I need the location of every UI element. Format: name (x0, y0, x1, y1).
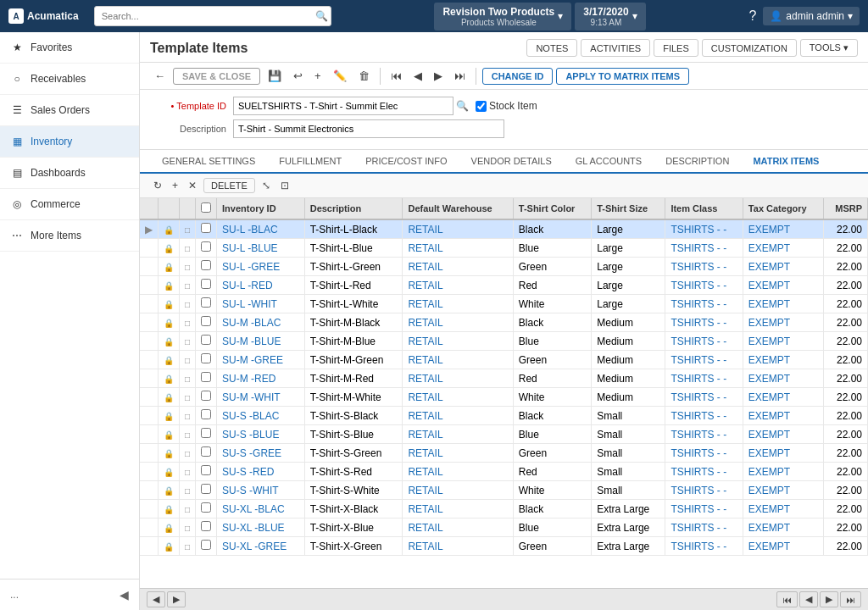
row-checkbox-cell[interactable] (196, 537, 217, 556)
col-tshirt-size[interactable]: T-Shirt Size (592, 198, 665, 219)
undo-button[interactable]: ↩ (289, 67, 307, 85)
row-checkbox[interactable] (201, 465, 211, 475)
row-warehouse[interactable]: RETAIL (403, 518, 513, 537)
row-expand[interactable] (140, 388, 159, 407)
scroll-right-button[interactable]: ▶ (167, 591, 186, 607)
tab-vendor-details[interactable]: VENDOR DETAILS (459, 150, 564, 174)
row-expand[interactable] (140, 313, 159, 332)
row-checkbox-cell[interactable] (196, 388, 217, 407)
prev-button[interactable]: ◀ (409, 67, 426, 85)
row-warehouse[interactable]: RETAIL (403, 425, 513, 444)
tab-matrix-items[interactable]: MATRIX ITEMS (741, 150, 831, 174)
next-button[interactable]: ▶ (430, 67, 447, 85)
row-checkbox-cell[interactable] (196, 463, 217, 481)
save-button[interactable]: 💾 (264, 67, 286, 85)
row-tax-category[interactable]: EXEMPT (743, 239, 823, 258)
last-button[interactable]: ⏭ (450, 67, 470, 85)
row-expand[interactable] (140, 537, 159, 556)
row-expand[interactable] (140, 425, 159, 444)
row-inventory-id[interactable]: SU-S -WHIT (217, 481, 305, 500)
tools-button[interactable]: TOOLS ▾ (800, 39, 858, 57)
row-inventory-id[interactable]: SU-M -BLAC (217, 313, 305, 332)
row-tax-category[interactable]: EXEMPT (743, 407, 823, 425)
row-expand[interactable] (140, 332, 159, 351)
row-item-class[interactable]: TSHIRTS - - (665, 407, 743, 425)
row-checkbox-cell[interactable] (196, 518, 217, 537)
row-checkbox-cell[interactable] (196, 481, 217, 500)
row-checkbox[interactable] (201, 353, 211, 363)
col-msrp[interactable]: MSRP (823, 198, 867, 219)
row-inventory-id[interactable]: SU-M -GREE (217, 351, 305, 369)
col-item-class[interactable]: Item Class (665, 198, 743, 219)
row-warehouse[interactable]: RETAIL (403, 351, 513, 369)
row-expand[interactable] (140, 481, 159, 500)
table-add-button[interactable]: + (169, 178, 181, 193)
row-inventory-id[interactable]: SU-XL -GREE (217, 537, 305, 556)
row-checkbox[interactable] (201, 260, 211, 270)
col-default-warehouse[interactable]: Default Warehouse (403, 198, 513, 219)
row-warehouse[interactable]: RETAIL (403, 276, 513, 295)
row-item-class[interactable]: TSHIRTS - - (665, 388, 743, 407)
first-button[interactable]: ⏮ (387, 67, 406, 85)
add-button[interactable]: + (310, 67, 326, 85)
row-inventory-id[interactable]: SU-M -BLUE (217, 332, 305, 351)
row-checkbox-cell[interactable] (196, 313, 217, 332)
row-warehouse[interactable]: RETAIL (403, 239, 513, 258)
row-tax-category[interactable]: EXEMPT (743, 351, 823, 369)
scroll-left-button[interactable]: ◀ (147, 591, 165, 607)
row-tax-category[interactable]: EXEMPT (743, 463, 823, 481)
row-warehouse[interactable]: RETAIL (403, 537, 513, 556)
template-id-input[interactable] (233, 97, 453, 115)
row-warehouse[interactable]: RETAIL (403, 407, 513, 425)
row-expand[interactable] (140, 369, 159, 388)
row-inventory-id[interactable]: SU-L -RED (217, 276, 305, 295)
sidebar-item-commerce[interactable]: ◎ Commerce (0, 189, 139, 220)
row-checkbox[interactable] (201, 521, 211, 531)
page-first-button[interactable]: ⏮ (776, 591, 798, 607)
table-refresh-button[interactable]: ↻ (150, 178, 165, 193)
row-checkbox-cell[interactable] (196, 444, 217, 463)
row-warehouse[interactable]: RETAIL (403, 219, 513, 239)
row-warehouse[interactable]: RETAIL (403, 463, 513, 481)
row-inventory-id[interactable]: SU-S -RED (217, 463, 305, 481)
sidebar-item-inventory[interactable]: ▦ Inventory (0, 126, 139, 158)
user-menu-button[interactable]: 👤 admin admin ▾ (763, 7, 860, 25)
row-item-class[interactable]: TSHIRTS - - (665, 463, 743, 481)
datetime-selector[interactable]: 3/17/2020 9:13 AM ▾ (575, 3, 645, 30)
row-warehouse[interactable]: RETAIL (403, 500, 513, 518)
row-item-class[interactable]: TSHIRTS - - (665, 276, 743, 295)
files-button[interactable]: FILES (654, 39, 698, 57)
row-warehouse[interactable]: RETAIL (403, 313, 513, 332)
row-expand[interactable] (140, 258, 159, 276)
row-checkbox[interactable] (201, 484, 211, 494)
tab-fulfillment[interactable]: FULFILLMENT (267, 150, 353, 174)
row-item-class[interactable]: TSHIRTS - - (665, 351, 743, 369)
row-warehouse[interactable]: RETAIL (403, 481, 513, 500)
row-checkbox[interactable] (201, 446, 211, 457)
select-all-checkbox[interactable] (201, 202, 211, 213)
row-checkbox-cell[interactable] (196, 351, 217, 369)
back-button[interactable]: ← (150, 67, 170, 85)
row-checkbox[interactable] (201, 372, 211, 382)
sidebar-item-favorites[interactable]: ★ Favorites (0, 32, 139, 64)
row-checkbox-cell[interactable] (196, 276, 217, 295)
branch-selector[interactable]: Revision Two Products Products Wholesale… (434, 3, 571, 30)
sidebar-collapse-button[interactable]: ... ◀ (0, 579, 139, 610)
row-inventory-id[interactable]: SU-L -BLAC (217, 219, 305, 239)
row-expand[interactable] (140, 407, 159, 425)
page-next-button[interactable]: ▶ (820, 591, 838, 607)
row-item-class[interactable]: TSHIRTS - - (665, 518, 743, 537)
row-expand[interactable] (140, 351, 159, 369)
row-expand[interactable] (140, 295, 159, 313)
row-inventory-id[interactable]: SU-L -BLUE (217, 239, 305, 258)
row-checkbox[interactable] (201, 502, 211, 513)
row-item-class[interactable]: TSHIRTS - - (665, 258, 743, 276)
tab-gl-accounts[interactable]: GL ACCOUNTS (564, 150, 654, 174)
row-tax-category[interactable]: EXEMPT (743, 518, 823, 537)
description-input[interactable] (233, 119, 504, 138)
row-inventory-id[interactable]: SU-S -BLAC (217, 407, 305, 425)
row-inventory-id[interactable]: SU-S -BLUE (217, 425, 305, 444)
row-item-class[interactable]: TSHIRTS - - (665, 295, 743, 313)
search-button[interactable]: 🔍 (315, 10, 328, 22)
row-expand[interactable]: ▶ (140, 219, 159, 239)
